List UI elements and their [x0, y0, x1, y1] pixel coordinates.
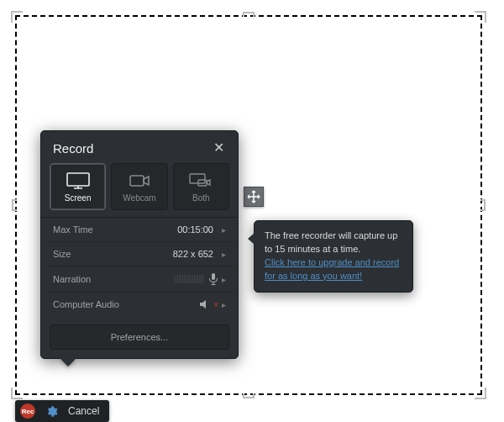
svg-rect-0 [67, 173, 89, 186]
microphone-icon [208, 273, 218, 285]
resize-handle-tr[interactable] [475, 11, 486, 23]
rec-label: Rec [22, 408, 34, 415]
audio-meter [174, 275, 203, 283]
speaker-muted-icon: × [200, 299, 218, 309]
maxtime-tooltip: The free recorder will capture up to 15 … [254, 220, 413, 293]
resize-handle-b[interactable] [243, 393, 255, 398]
mode-row: Screen Webcam Both [41, 163, 238, 217]
row-label: Size [53, 249, 173, 259]
settings-rows: Max Time 00:15:00 ▸ Size 822 x 652 ▸ Nar… [41, 217, 238, 323]
mode-both-button[interactable]: Both [173, 163, 229, 210]
gear-icon [45, 405, 58, 418]
move-icon [247, 190, 260, 203]
row-label: Max Time [53, 224, 177, 235]
maxtime-value: 00:15:00 [177, 224, 213, 235]
bottom-toolbar: Rec Cancel [15, 400, 109, 422]
chevron-right-icon[interactable]: ▸ [218, 300, 229, 309]
webcam-icon [127, 171, 152, 190]
row-narration[interactable]: Narration ▸ [45, 266, 234, 293]
tooltip-text: The free recorder will capture up to 15 … [265, 230, 397, 254]
preferences-button[interactable]: Preferences... [50, 324, 229, 350]
record-panel: Record ✕ Screen Webcam Both [40, 130, 239, 359]
panel-header: Record ✕ [41, 131, 238, 163]
resize-handle-bl[interactable] [11, 388, 23, 399]
move-handle[interactable] [244, 187, 264, 207]
upgrade-link[interactable]: Click here to upgrade and record for as … [265, 257, 399, 281]
svg-rect-1 [130, 176, 144, 186]
cancel-button[interactable]: Cancel [63, 405, 104, 417]
preferences-label: Preferences... [111, 332, 168, 342]
mode-label: Screen [65, 193, 92, 203]
resize-handle-br[interactable] [475, 388, 486, 399]
row-size[interactable]: Size 822 x 652 ▸ [45, 242, 234, 266]
chevron-right-icon[interactable]: ▸ [218, 250, 229, 259]
panel-tail [60, 358, 76, 367]
mode-screen-button[interactable]: Screen [50, 163, 106, 210]
panel-title: Record [53, 141, 93, 156]
resize-handle-t[interactable] [243, 12, 255, 17]
chevron-right-icon[interactable]: ▸ [218, 275, 229, 284]
size-value: 822 x 652 [173, 249, 213, 259]
row-computer-audio[interactable]: Computer Audio × ▸ [45, 293, 234, 316]
resize-handle-tl[interactable] [11, 11, 23, 23]
record-button[interactable]: Rec [15, 400, 40, 422]
chevron-right-icon[interactable]: ▸ [218, 225, 229, 235]
mode-label: Webcam [123, 193, 155, 203]
record-circle-icon: Rec [20, 404, 35, 419]
close-button[interactable]: ✕ [210, 140, 228, 156]
cancel-label: Cancel [68, 405, 99, 417]
row-label: Computer Audio [53, 299, 200, 309]
svg-rect-2 [190, 174, 205, 183]
mode-label: Both [192, 193, 210, 203]
both-icon [188, 171, 213, 190]
resize-handle-r[interactable] [480, 199, 486, 211]
mode-webcam-button[interactable]: Webcam [111, 163, 167, 210]
tooltip-tail [248, 233, 255, 245]
screen-icon [66, 171, 91, 190]
resize-handle-l[interactable] [12, 199, 17, 211]
settings-button[interactable] [40, 405, 63, 418]
row-label: Narration [53, 274, 174, 284]
row-maxtime[interactable]: Max Time 00:15:00 ▸ [45, 218, 234, 242]
